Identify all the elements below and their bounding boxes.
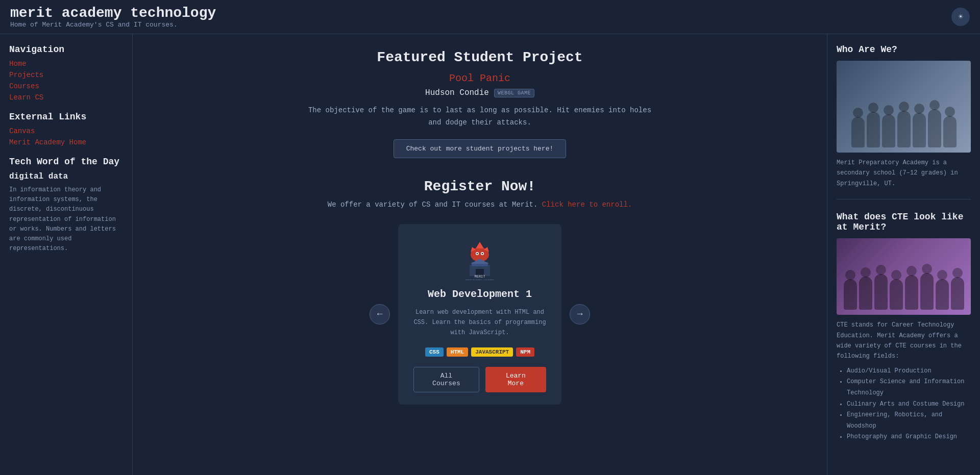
who-are-we-description: Merit Preparatory Academy is a secondary…: [837, 158, 971, 189]
right-sidebar: Who Are We? Merit Preparatory Academy is…: [827, 34, 980, 475]
featured-cta-button[interactable]: Check out more student projects here!: [394, 139, 567, 158]
register-title: Register Now!: [301, 179, 658, 194]
learn-more-button[interactable]: Learn More: [485, 367, 546, 392]
tag-javascript: JAVASCRIPT: [471, 347, 513, 357]
nav-link-learn-cs[interactable]: Learn CS: [9, 93, 123, 102]
cte-people-silhouettes: [837, 238, 971, 315]
person-6: [928, 109, 941, 147]
featured-description: The objective of the game is to last as …: [301, 105, 658, 129]
external-link-canvas[interactable]: Canvas: [9, 127, 123, 135]
word-of-day-section-title: Tech Word of the Day: [9, 157, 123, 167]
cte-person-1: [844, 279, 857, 310]
card-actions: All Courses Learn More: [413, 367, 546, 392]
cte-list-item: Photography and Graphic Design: [847, 432, 971, 443]
main-content: Featured Student Project Pool Panic Huds…: [133, 34, 827, 475]
external-link-merit-home[interactable]: Merit Academy Home: [9, 138, 123, 146]
course-card: MERIT PREPARATORY ACADEMY Web Developmen…: [398, 224, 561, 405]
people-silhouettes: [837, 61, 971, 153]
cte-title: What does CTE look like at Merit?: [837, 212, 971, 232]
all-courses-button[interactable]: All Courses: [413, 367, 479, 392]
tag-css: CSS: [425, 347, 444, 357]
nav-section-title: Navigation: [9, 44, 123, 55]
cte-list-item: Engineering, Robotics, and Woodshop: [847, 410, 971, 432]
course-carousel: ←: [301, 224, 658, 405]
card-logo: MERIT PREPARATORY ACADEMY: [459, 239, 500, 280]
header-title-block: merit academy technology Home of Merit A…: [10, 5, 216, 29]
card-title: Web Development 1: [428, 288, 532, 300]
app-subtitle: Home of Merit Academy's CS and IT course…: [10, 21, 216, 29]
merit-logo-icon: MERIT PREPARATORY ACADEMY: [459, 239, 500, 280]
featured-student-project-section: Featured Student Project Pool Panic Huds…: [301, 49, 658, 158]
person-1: [851, 117, 865, 147]
word-of-day-term: digital data: [9, 172, 123, 181]
main-layout: Navigation Home Projects Courses Learn C…: [0, 34, 980, 475]
nav-link-projects[interactable]: Projects: [9, 71, 123, 79]
cte-description: CTE stands for Career Technology Educati…: [837, 320, 971, 362]
who-are-we-title: Who Are We?: [837, 44, 971, 55]
cte-image: [837, 238, 971, 315]
carousel-next-button[interactable]: →: [570, 304, 590, 324]
enroll-link[interactable]: Click here to enroll.: [542, 201, 632, 209]
header: merit academy technology Home of Merit A…: [0, 0, 980, 34]
external-links-section-title: External Links: [9, 112, 123, 122]
card-tags: CSS HTML JAVASCRIPT NPM: [425, 347, 534, 357]
person-3: [882, 114, 895, 147]
carousel-prev-button[interactable]: ←: [370, 304, 390, 324]
tag-npm: NPM: [516, 347, 534, 357]
cte-person-5: [905, 275, 918, 310]
nav-link-courses[interactable]: Courses: [9, 82, 123, 90]
svg-point-7: [482, 253, 483, 254]
app-title: merit academy technology: [10, 5, 216, 21]
register-text: We offer a variety of CS and IT courses …: [301, 201, 658, 209]
featured-author-name: Hudson Condie: [425, 88, 489, 97]
cte-person-3: [874, 274, 888, 310]
featured-project-name: Pool Panic: [301, 72, 658, 84]
cte-list-item: Culinary Arts and Costume Design: [847, 399, 971, 410]
person-2: [867, 112, 880, 147]
nav-link-home[interactable]: Home: [9, 60, 123, 68]
cte-list-item: Computer Science and Information Technol…: [847, 377, 971, 398]
cte-list-item: Audio/Visual Production: [847, 366, 971, 377]
theme-toggle-button[interactable]: ☀: [951, 8, 970, 26]
featured-author-row: Hudson Condie WEBGL GAME: [301, 88, 658, 97]
cte-person-4: [890, 279, 903, 310]
word-of-day-definition: In information theory and information sy…: [9, 185, 123, 254]
cte-person-7: [936, 279, 949, 310]
cte-person-2: [859, 277, 872, 310]
cte-person-8: [951, 277, 964, 310]
svg-text:MERIT: MERIT: [474, 274, 485, 279]
person-5: [913, 113, 926, 147]
tag-html: HTML: [447, 347, 468, 357]
svg-point-6: [477, 253, 478, 254]
person-7: [943, 116, 957, 147]
divider: [837, 199, 971, 199]
sun-icon: ☀: [958, 12, 963, 22]
register-section: Register Now! We offer a variety of CS a…: [301, 179, 658, 209]
svg-text:PREPARATORY ACADEMY: PREPARATORY ACADEMY: [465, 280, 494, 280]
card-description: Learn web development with HTML and CSS.…: [413, 307, 546, 338]
register-text-before: We offer a variety of CS and IT courses …: [328, 201, 542, 209]
cte-list: Audio/Visual Production Computer Science…: [837, 366, 971, 443]
featured-section-title: Featured Student Project: [301, 49, 658, 65]
who-are-we-image: [837, 61, 971, 153]
sidebar: Navigation Home Projects Courses Learn C…: [0, 34, 133, 475]
featured-badge: WEBGL GAME: [494, 89, 534, 97]
cte-person-6: [920, 273, 934, 310]
svg-marker-1: [476, 242, 484, 248]
person-4: [897, 111, 911, 147]
